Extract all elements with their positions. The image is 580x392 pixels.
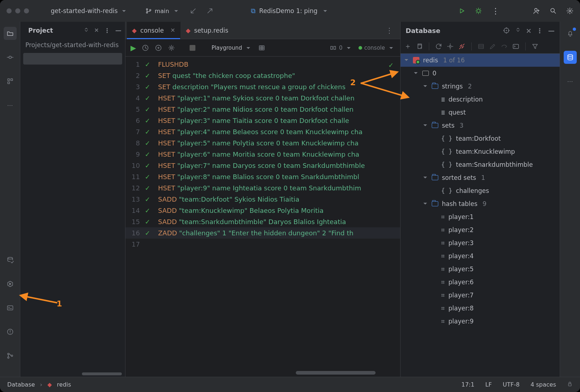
more-tool-button[interactable]: ⋯ bbox=[4, 99, 17, 112]
table-icon[interactable] bbox=[477, 43, 485, 50]
hide-panel-icon[interactable]: — bbox=[548, 27, 555, 34]
editor-tab-setup[interactable]: ◆ setup.redis bbox=[181, 22, 233, 39]
commit-tool-button[interactable] bbox=[4, 51, 17, 64]
structure-tool-button[interactable] bbox=[4, 75, 17, 88]
edit-icon[interactable] bbox=[489, 43, 496, 50]
code-line[interactable]: 17 bbox=[125, 239, 400, 250]
database-tool-button[interactable] bbox=[564, 51, 577, 64]
code-line[interactable]: 11✓HSET "player:8" name Blalios score 0 … bbox=[125, 171, 400, 182]
disconnect-icon[interactable] bbox=[458, 43, 465, 50]
project-tree-selection[interactable] bbox=[23, 53, 122, 65]
db-tree-row[interactable]: { } team:Knucklewimp bbox=[401, 145, 560, 158]
breadcrumb-root[interactable]: Database bbox=[7, 381, 35, 388]
code-line[interactable]: 15✓SADD "team:Snarkdumbthimble" Daryos B… bbox=[125, 216, 400, 227]
jump-icon[interactable] bbox=[501, 43, 508, 50]
history-icon[interactable] bbox=[142, 44, 149, 51]
db-tree-row[interactable]: ⌗ player:5 bbox=[401, 263, 560, 276]
code-line[interactable]: 8✓HSET "player:5" name Polytia score 0 t… bbox=[125, 137, 400, 149]
readonly-icon[interactable] bbox=[567, 381, 573, 388]
close-tab-icon[interactable]: ✕ bbox=[170, 27, 175, 34]
code-line[interactable]: 10✓HSET "player:7" name Daryos score 0 t… bbox=[125, 160, 400, 171]
db-tree-row[interactable]: sorted sets 1 bbox=[401, 171, 560, 184]
datasource-settings-icon[interactable] bbox=[447, 43, 454, 50]
line-ending[interactable]: LF bbox=[485, 381, 492, 388]
tx-dropdown[interactable]: 0 bbox=[330, 44, 353, 52]
branch-dropdown[interactable]: main bbox=[145, 7, 180, 15]
encoding[interactable]: UTF-8 bbox=[503, 381, 520, 388]
code-line[interactable]: 9✓HSET "player:6" name Moritia score 0 t… bbox=[125, 149, 400, 160]
db-tree-row[interactable]: 0 bbox=[401, 67, 560, 80]
expand-collapse-icon[interactable] bbox=[515, 27, 521, 33]
update-project-icon[interactable] bbox=[190, 7, 197, 15]
debug-button[interactable] bbox=[475, 7, 482, 15]
db-tree-row[interactable]: ≣ quest bbox=[401, 106, 560, 119]
stop-button[interactable] bbox=[190, 45, 195, 51]
refresh-icon[interactable] bbox=[435, 43, 442, 50]
code-with-me-icon[interactable] bbox=[533, 7, 540, 15]
project-path[interactable]: Projects/get-started-with-redis bbox=[20, 39, 125, 51]
db-tree-row[interactable]: ⌗ player:8 bbox=[401, 302, 560, 315]
db-tree-row[interactable]: ⌗ player:7 bbox=[401, 289, 560, 302]
code-line[interactable]: 1✓FLUSHDB bbox=[125, 59, 400, 70]
settings-icon[interactable] bbox=[566, 7, 573, 15]
run-button[interactable] bbox=[458, 7, 465, 15]
project-dropdown[interactable]: get-started-with-redis bbox=[51, 7, 128, 15]
search-icon[interactable] bbox=[550, 7, 557, 15]
editor-horizontal-scrollbar[interactable] bbox=[296, 371, 376, 375]
terminal-tool-button[interactable] bbox=[4, 301, 17, 314]
git-tool-button[interactable] bbox=[4, 349, 17, 362]
code-line[interactable]: 12✓HSET "player:9" name Ighteatia score … bbox=[125, 182, 400, 194]
db-tree-row[interactable]: redis 1 of 16 bbox=[401, 54, 560, 67]
panel-options-icon[interactable]: ⋮ bbox=[536, 27, 543, 34]
problems-tool-button[interactable] bbox=[4, 325, 17, 338]
session-dropdown[interactable]: console bbox=[359, 44, 395, 52]
explain-plan-icon[interactable] bbox=[155, 44, 162, 51]
db-tree-row[interactable]: strings 2 bbox=[401, 80, 560, 93]
minimize-window[interactable] bbox=[15, 8, 20, 13]
grid-view-icon[interactable] bbox=[258, 44, 265, 51]
db-tree-row[interactable]: ⌗ player:1 bbox=[401, 210, 560, 223]
add-datasource-icon[interactable]: ＋ bbox=[404, 41, 411, 51]
editor-tabs-more[interactable]: ⋮ bbox=[378, 22, 400, 39]
notifications-button[interactable] bbox=[564, 27, 577, 40]
project-tool-button[interactable] bbox=[4, 27, 17, 40]
more-actions-icon[interactable]: ⋮ bbox=[492, 7, 500, 16]
database-tree[interactable]: redis 1 of 16 0 strings 2 ≣ description … bbox=[401, 54, 560, 377]
code-editor[interactable]: 1✓FLUSHDB2✓SET quest "the chicken coop c… bbox=[125, 57, 400, 377]
db-tree-row[interactable]: ⌗ player:9 bbox=[401, 315, 560, 328]
db-tree-row[interactable]: hash tables 9 bbox=[401, 197, 560, 210]
hide-panel-icon[interactable]: — bbox=[115, 27, 121, 34]
db-tree-row[interactable]: { } team:Dorkfoot bbox=[401, 132, 560, 145]
run-config-dropdown[interactable]: ⧉ RedisDemo 1: ping bbox=[251, 7, 329, 15]
more-right-button[interactable]: ⋯ bbox=[564, 75, 577, 88]
code-line[interactable]: 7✓HSET "player:4" name Belaeos score 0 t… bbox=[125, 126, 400, 137]
breadcrumb-leaf[interactable]: redis bbox=[57, 381, 71, 388]
collapse-all-icon[interactable]: ⤫ bbox=[94, 27, 99, 34]
db-tree-row[interactable]: { } challenges bbox=[401, 184, 560, 197]
code-line[interactable]: 14✓SADD "team:Knucklewimp" Belaeos Polyt… bbox=[125, 205, 400, 216]
commit-push-icon[interactable] bbox=[206, 7, 214, 15]
caret-position[interactable]: 17:1 bbox=[461, 381, 475, 388]
collapse-icon[interactable]: ⤫ bbox=[526, 27, 531, 34]
target-icon[interactable] bbox=[503, 27, 510, 34]
db-tree-row[interactable]: ≣ description bbox=[401, 93, 560, 106]
db-services-tool-button[interactable] bbox=[4, 253, 17, 267]
maximize-window[interactable] bbox=[24, 8, 29, 13]
db-tree-row[interactable]: { } team:Snarkdumbthimble bbox=[401, 158, 560, 171]
indent[interactable]: 4 spaces bbox=[530, 381, 556, 388]
db-tree-row[interactable]: ⌗ player:6 bbox=[401, 276, 560, 289]
editor-tab-console[interactable]: ◆ console ✕ bbox=[127, 22, 181, 39]
code-line[interactable]: 13✓SADD "team:Dorkfoot" Sykios Nidios Ti… bbox=[125, 194, 400, 205]
db-tree-row[interactable]: sets 3 bbox=[401, 119, 560, 132]
select-opened-file-icon[interactable] bbox=[83, 27, 89, 33]
db-tree-row[interactable]: ⌗ player:3 bbox=[401, 236, 560, 249]
code-line[interactable]: 16✓ZADD "challenges" 1 "Enter the hidden… bbox=[125, 227, 400, 239]
db-tree-row[interactable]: ⌗ player:4 bbox=[401, 249, 560, 263]
console-settings-icon[interactable] bbox=[168, 44, 175, 51]
code-line[interactable]: 6✓HSET "player:3" name Tiaitia score 0 t… bbox=[125, 115, 400, 126]
services-tool-button[interactable] bbox=[4, 277, 17, 290]
execute-button[interactable]: ▶ bbox=[130, 44, 136, 52]
panel-options-icon[interactable]: ⋮ bbox=[104, 27, 110, 34]
code-line[interactable]: 5✓HSET "player:2" name Nidios score 0 te… bbox=[125, 104, 400, 115]
filter-icon[interactable] bbox=[531, 43, 539, 50]
